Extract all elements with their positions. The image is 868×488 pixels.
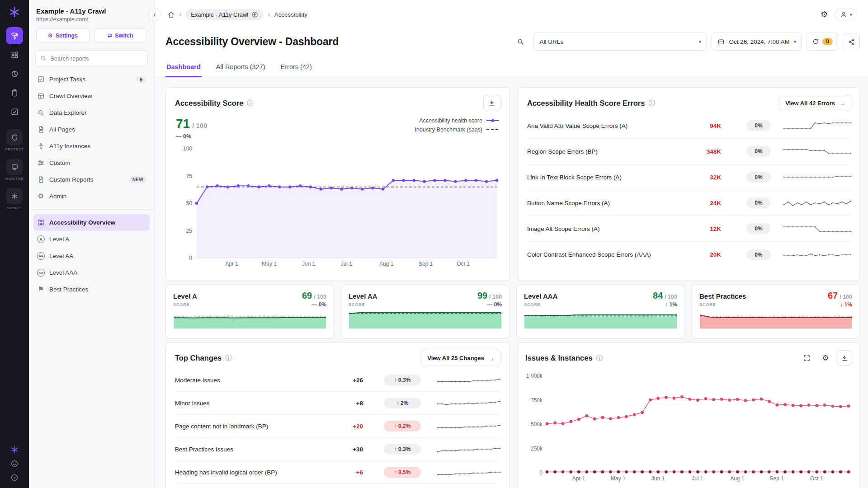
tab-errors[interactable]: Errors (42) <box>280 59 313 77</box>
search-button[interactable] <box>512 33 529 50</box>
legend-health-score[interactable]: Accessibility health score <box>415 117 500 124</box>
change-value: +26 <box>338 377 363 384</box>
chart-legend: Accessibility health score Industry Benc… <box>415 117 500 133</box>
sidebar-collapse-button[interactable]: ‹ <box>148 8 161 21</box>
sidebar-item-crawl-overview[interactable]: Crawl Overview <box>33 88 150 104</box>
error-row[interactable]: Aria Valid Attr Value Scope Errors (A) 9… <box>527 113 851 139</box>
error-sparkline <box>783 196 851 210</box>
paint-roller-icon <box>10 32 19 40</box>
rail-group-protect: PROTECT <box>5 129 24 151</box>
help-icon[interactable]: ? <box>10 474 19 482</box>
svg-text:500k: 500k <box>531 421 543 427</box>
whats-new-icon[interactable] <box>10 446 19 454</box>
change-value: +30 <box>338 446 363 453</box>
calendar-icon <box>717 38 725 45</box>
workspace-settings-icon[interactable]: ⚙ <box>821 10 828 19</box>
download-button[interactable] <box>483 95 500 111</box>
sidebar-item-level-aaa[interactable]: AAA Level AAA <box>33 264 150 281</box>
download-icon <box>488 99 495 107</box>
change-row[interactable]: Moderate Issues +26 ↑ 0.3% <box>175 369 500 392</box>
change-row[interactable]: Page content not in landmark (BP) +20 ↑ … <box>175 415 500 438</box>
refresh-button[interactable]: 0 <box>807 33 838 51</box>
level-aaa-score-card[interactable]: Level AAA84/ 100 SCORE↑ 1% <box>516 285 685 338</box>
sidebar-item-custom[interactable]: Custom <box>33 155 150 171</box>
search-reports-input[interactable] <box>35 50 148 66</box>
expand-button[interactable] <box>799 350 814 366</box>
dashboard-content: Accessibility Score ⓘ 71/ 100 — 0% <box>155 77 868 488</box>
document-icon <box>37 126 45 133</box>
legend-benchmark[interactable]: Industry Benchmark (saas) <box>415 127 500 133</box>
change-row[interactable]: Heading has invalid logical order (BP) +… <box>175 461 500 484</box>
account-menu[interactable]: ▾ <box>835 9 857 20</box>
breadcrumb-bar: › Example - A11y Crawl › Accessibility ⚙… <box>155 0 868 29</box>
chart-settings-button[interactable]: ⚙ <box>818 350 833 366</box>
error-row[interactable]: Link In Text Block Scope Errors (A) 32K … <box>527 164 851 190</box>
share-button[interactable] <box>843 33 860 50</box>
view-all-changes-button[interactable]: View All 25 Changes→ <box>421 350 500 366</box>
error-row[interactable]: Image Alt Scope Errors (A) 12K 0% <box>527 216 851 242</box>
info-icon[interactable]: ⓘ <box>596 355 603 361</box>
home-icon[interactable] <box>167 11 175 19</box>
rail-analytics-button[interactable] <box>6 65 23 82</box>
sidebar-item-admin[interactable]: ⚙ Admin <box>33 188 150 205</box>
url-filter-select[interactable]: All URLs ▾ <box>533 33 707 51</box>
switch-arrows-icon: ⇄ <box>108 33 112 39</box>
starburst-icon <box>11 192 19 200</box>
protect-module-button[interactable] <box>6 129 23 145</box>
sidebar-item-level-aa[interactable]: AA Level AA <box>33 248 150 264</box>
sliders-icon <box>37 159 45 167</box>
sidebar-item-all-pages[interactable]: All Pages <box>33 121 150 138</box>
change-sparkline <box>437 374 500 386</box>
change-row[interactable]: Minor Issues +8 ↑ 2% <box>175 392 500 415</box>
sidebar-item-best-practices[interactable]: ⚑ Best Practices <box>33 281 150 298</box>
svg-text:Jun 1: Jun 1 <box>651 475 665 482</box>
sidebar-item-a11y-instances[interactable]: A11y Instances <box>33 138 150 155</box>
tab-dashboard[interactable]: Dashboard <box>165 59 202 77</box>
share-icon <box>848 38 855 46</box>
sidebar-item-project-tasks[interactable]: Project Tasks6 <box>33 71 150 88</box>
search-icon <box>40 55 47 61</box>
error-row[interactable]: Color Contrast Enhanced Scope Errors (AA… <box>527 242 851 267</box>
info-icon[interactable]: ⓘ <box>225 355 231 361</box>
download-button[interactable] <box>837 350 852 366</box>
change-sparkline <box>437 397 500 409</box>
info-icon[interactable]: ⓘ <box>247 100 253 106</box>
change-trend-pill: ↑ 0.3% <box>384 375 421 385</box>
breadcrumb-page[interactable]: Accessibility <box>274 11 308 18</box>
accessibility-circle-icon <box>251 11 258 18</box>
error-row[interactable]: Button Name Scope Errors (A) 24K 0% <box>527 190 851 216</box>
level-aa-score-card[interactable]: Level AA99/ 100 SCORE— 0% <box>341 285 509 338</box>
impact-module-button[interactable] <box>6 188 23 204</box>
switch-project-button[interactable]: ⇄Switch <box>94 28 147 43</box>
main-area: ‹ › Example - A11y Crawl › Accessibility… <box>155 0 868 488</box>
date-picker-button[interactable]: Oct 26, 2024, 7:00 AM ▾ <box>712 33 802 51</box>
sidebar-item-data-explorer[interactable]: Data Explorer <box>33 104 150 121</box>
svg-text:Jul 1: Jul 1 <box>341 261 353 267</box>
tab-all-reports[interactable]: All Reports (327) <box>215 59 266 77</box>
monitor-module-button[interactable] <box>6 159 23 175</box>
feedback-smiley-icon[interactable] <box>10 460 19 468</box>
error-trend-pill: 0% <box>746 120 771 131</box>
chevron-right-icon: › <box>179 10 181 19</box>
change-trend-pill: ↑ 2% <box>384 398 421 408</box>
info-icon[interactable]: ⓘ <box>648 100 655 106</box>
rail-tasks-button[interactable] <box>6 103 23 120</box>
sidebar-item-custom-reports[interactable]: Custom ReportsNEW <box>33 171 150 188</box>
error-row[interactable]: Region Scope Errors (BP) 348K 0% <box>527 139 851 164</box>
breadcrumb-project-pill[interactable]: Example - A11y Crawl <box>185 9 264 20</box>
error-count: 32K <box>692 174 721 181</box>
best-practices-score-card[interactable]: Best Practices67/ 100 SCORE↓ 1% <box>692 285 860 338</box>
rail-apps-button[interactable] <box>6 46 23 63</box>
sidebar-item-accessibility-overview[interactable]: Accessibility Overview <box>33 214 150 231</box>
level-a-score-card[interactable]: Level A69/ 100 SCORE— 0% <box>165 285 334 338</box>
svg-text:Apr 1: Apr 1 <box>225 261 238 267</box>
sidebar-item-level-a[interactable]: A Level A <box>33 231 150 248</box>
card-title: Issues & Instances <box>525 354 593 362</box>
check-square-icon <box>37 75 45 83</box>
rail-clipboard-button[interactable] <box>6 84 23 101</box>
change-row[interactable]: Best Practices Issues +30 ↑ 0.3% <box>175 438 500 461</box>
settings-button[interactable]: ⚙Settings <box>36 28 90 43</box>
view-all-errors-button[interactable]: View All 42 Errors→ <box>779 95 851 111</box>
change-trend-pill: ↑ 0.5% <box>384 467 421 478</box>
rail-accessibility-tool-button[interactable] <box>6 27 23 44</box>
